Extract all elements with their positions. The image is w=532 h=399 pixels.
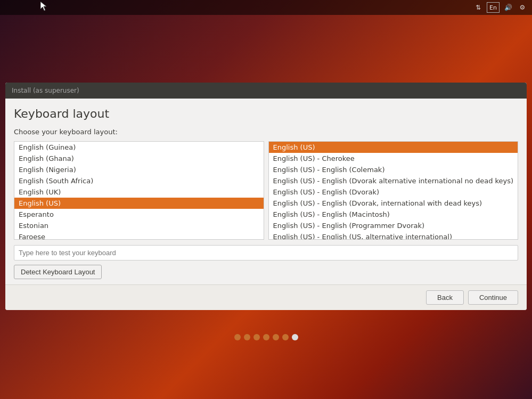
list-item[interactable]: English (Guinea) — [14, 142, 264, 153]
progress-dot-2 — [244, 334, 250, 340]
progress-indicator — [0, 334, 532, 340]
list-item[interactable]: English (Nigeria) — [14, 164, 264, 175]
list-item[interactable]: English (UK) — [14, 186, 264, 198]
continue-button[interactable]: Continue — [468, 290, 518, 305]
layout-item[interactable]: English (US) - English (Programmer Dvora… — [269, 220, 518, 231]
installer-window: Install (as superuser) Keyboard layout C… — [5, 83, 527, 310]
layout-item[interactable]: English (US) - English (Dvorak) — [269, 186, 518, 198]
bottom-navigation: Back Continue — [5, 284, 527, 310]
layout-item-selected[interactable]: English (US) — [269, 142, 518, 153]
top-panel: ⇅ En 🔊 ⚙ — [0, 0, 532, 15]
language-indicator[interactable]: En — [487, 2, 500, 13]
keyboard-test-input[interactable] — [14, 245, 518, 260]
layout-variant-list[interactable]: English (US) English (US) - Cherokee Eng… — [268, 141, 519, 240]
system-settings-icon[interactable]: ⚙ — [517, 2, 528, 13]
progress-dot-7 — [292, 334, 298, 340]
list-item[interactable]: English (South Africa) — [14, 175, 264, 186]
list-item[interactable]: Estonian — [14, 220, 264, 231]
layout-item[interactable]: English (US) - Cherokee — [269, 153, 518, 164]
list-item-selected[interactable]: English (US) — [14, 198, 264, 209]
page-title: Keyboard layout — [14, 107, 518, 120]
list-item[interactable]: English (Ghana) — [14, 153, 264, 164]
language-list[interactable]: English (Guinea) English (Ghana) English… — [14, 141, 264, 240]
progress-dot-6 — [282, 334, 289, 340]
back-button[interactable]: Back — [426, 290, 464, 305]
keyboard-lists-container: English (Guinea) English (Ghana) English… — [14, 141, 518, 240]
layout-item[interactable]: English (US) - English (Dvorak alternati… — [269, 175, 518, 186]
progress-dot-5 — [273, 334, 279, 340]
list-item[interactable]: Faroese — [14, 231, 264, 240]
progress-dot-4 — [263, 334, 269, 340]
layout-item[interactable]: English (US) - English (US, alternative … — [269, 231, 518, 240]
progress-dot-1 — [234, 334, 241, 340]
layout-item[interactable]: English (US) - English (Dvorak, internat… — [269, 198, 518, 209]
detect-keyboard-button[interactable]: Detect Keyboard Layout — [14, 265, 102, 279]
content-area: Keyboard layout Choose your keyboard lay… — [5, 99, 527, 284]
progress-dot-3 — [253, 334, 260, 340]
title-bar: Install (as superuser) — [5, 83, 527, 99]
title-bar-label: Install (as superuser) — [12, 87, 79, 94]
layout-item[interactable]: English (US) - English (Colemak) — [269, 164, 518, 175]
panel-icons: ⇅ En 🔊 ⚙ — [473, 2, 528, 13]
network-icon[interactable]: ⇅ — [473, 2, 484, 13]
layout-item[interactable]: English (US) - English (Macintosh) — [269, 209, 518, 220]
list-item[interactable]: Esperanto — [14, 209, 264, 220]
instruction-text: Choose your keyboard layout: — [14, 128, 518, 136]
sound-icon[interactable]: 🔊 — [503, 2, 514, 13]
